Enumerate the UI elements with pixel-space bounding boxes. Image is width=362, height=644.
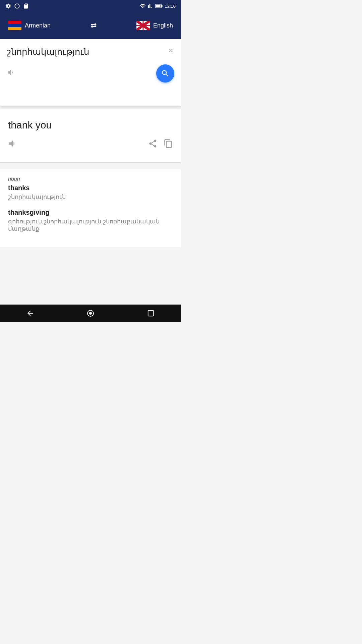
status-bar: 12:10 [0, 0, 181, 12]
wifi-icon [140, 3, 146, 9]
sd-card-icon [23, 3, 29, 9]
copy-button[interactable] [164, 139, 173, 150]
dict-word-2: thanksgiving [8, 209, 173, 216]
uk-flag [136, 21, 150, 30]
translation-text: thank you [8, 119, 173, 131]
dictionary-section: noun thanks շնորհակալություն thanksgivin… [0, 169, 181, 247]
back-button[interactable] [23, 307, 37, 320]
battery-icon [155, 4, 163, 8]
circle-icon [14, 3, 20, 9]
input-card: շնորհակալություն × [0, 39, 181, 106]
translation-actions [8, 139, 173, 156]
back-icon [26, 309, 34, 317]
source-lang-section[interactable]: Armenian [8, 21, 51, 30]
volume-icon [7, 68, 15, 77]
search-icon [161, 69, 170, 78]
result-volume-icon [8, 139, 17, 148]
translation-section: thank you [0, 109, 181, 162]
status-bar-right: 12:10 [140, 3, 176, 9]
dict-translation-1: շնորհակալություն [8, 193, 173, 201]
input-top-row: շնորհակալություն × [7, 46, 174, 58]
result-action-icons [148, 139, 173, 150]
input-sound-button[interactable] [7, 68, 15, 79]
bottom-navigation [0, 305, 181, 322]
swap-languages-button[interactable]: ⇄ [90, 21, 97, 30]
armenian-flag [8, 21, 21, 30]
dict-word-1: thanks [8, 184, 173, 192]
status-bar-left [5, 3, 29, 9]
home-icon [86, 309, 95, 317]
share-icon [148, 139, 158, 148]
app-header: Armenian ⇄ English [0, 12, 181, 39]
share-button[interactable] [148, 139, 158, 150]
svg-rect-2 [162, 5, 163, 7]
input-bottom-row [7, 64, 174, 83]
target-lang-section[interactable]: English [136, 21, 173, 30]
recent-apps-button[interactable] [144, 307, 158, 320]
search-button[interactable] [156, 64, 174, 83]
dict-translation-2: գոհություն,շնորհակալություն,շնորհա​բանակ… [8, 218, 173, 232]
copy-icon [164, 139, 173, 148]
gear-icon [5, 3, 11, 9]
source-lang-label: Armenian [25, 22, 51, 29]
part-of-speech: noun [8, 176, 173, 182]
svg-rect-1 [156, 5, 161, 7]
signal-icon [148, 3, 153, 9]
result-sound-button[interactable] [8, 139, 17, 150]
clear-button[interactable]: × [167, 46, 174, 56]
svg-rect-5 [148, 311, 154, 316]
svg-point-4 [89, 312, 92, 315]
recent-apps-icon [147, 310, 155, 317]
time-display: 12:10 [165, 4, 176, 9]
section-divider [0, 162, 181, 163]
input-text[interactable]: շնորհակալություն [7, 46, 167, 58]
home-button[interactable] [84, 307, 97, 320]
target-lang-label: English [153, 22, 173, 29]
